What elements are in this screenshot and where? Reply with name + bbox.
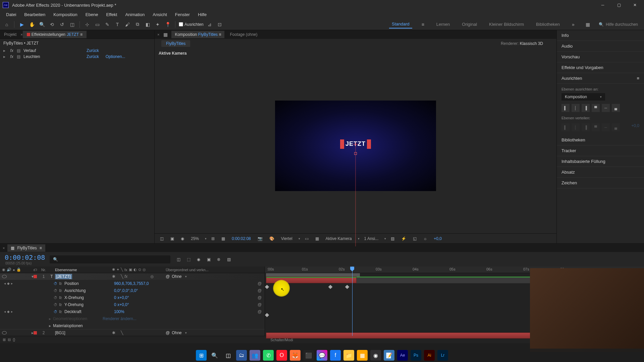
prop-ausrichtung[interactable]: ⏱ ⊵ Ausrichtung 0,0°,0,0°,0,0° @ [0,287,265,294]
tab-menu-icon[interactable]: ≡ [219,32,221,37]
graph-icon[interactable]: ⊵ [59,288,64,293]
graph-icon[interactable]: ⊵ [59,302,64,307]
stopwatch-icon[interactable]: ⏱ [54,303,59,307]
keyframe[interactable] [265,313,269,317]
graph-icon[interactable]: ⊵ [59,295,64,300]
taskbar-facebook[interactable]: f [330,350,341,361]
add-kf-icon[interactable]: ◆ [7,282,10,285]
safe-icon[interactable]: ⊞ [209,236,217,242]
close-button[interactable]: ✕ [632,2,638,8]
switch-icon[interactable]: ◎ [143,267,146,272]
camera-tool[interactable]: ◫ [68,20,76,28]
shy-icon[interactable]: ◉ [195,256,202,263]
effect-leuchten[interactable]: ▸ fx ▤ Leuchten Zurück Optionen... [0,54,154,60]
pickwhip-icon[interactable]: @ [255,309,265,314]
switch-icon[interactable]: ╲ [121,267,123,272]
roto-tool[interactable]: ✦ [154,20,162,28]
breadcrumb-item[interactable]: FlyByTitles [161,40,190,47]
work-area[interactable] [266,273,360,277]
panel-bibliotheken[interactable]: Bibliotheken [557,135,644,145]
taskbar-explorer[interactable]: 🗂 [236,350,247,361]
align-vcenter-button[interactable]: ─ [602,104,610,112]
viewer[interactable]: JETZT [155,58,556,233]
zoom-tool[interactable]: 🔍 [38,20,46,28]
switch-icon[interactable]: ✦ [116,267,119,272]
taskbar-app2[interactable]: ▦ [357,350,368,361]
prop-xdrehung[interactable]: ⏱ ⊵ X-Drehung 0 x+0,0° @ [0,294,265,301]
pickwhip-icon[interactable]: @ [255,281,265,286]
expand-icon[interactable]: ▸ [49,323,51,328]
keyframe[interactable] [265,285,269,289]
hand-tool[interactable]: ✋ [28,20,36,28]
prev-kf-icon[interactable]: ◂ [4,282,6,285]
menu-hilfe[interactable]: Hilfe [195,11,210,18]
workspace-bibliotheken[interactable]: Bibliotheken [533,20,562,28]
taskbar-folder[interactable]: 📁 [343,350,354,361]
taskbar-search[interactable]: 🔍 [209,350,220,361]
align-to-dropdown[interactable]: Komposition▾ [561,93,605,101]
workspace-lernen[interactable]: Lernen [434,20,452,28]
menu-datei[interactable]: Datei [3,11,19,18]
effect-verlauf[interactable]: ▸ fx ▤ Verlauf Zurück [0,48,154,54]
panel-audio[interactable]: Audio [557,41,644,52]
exposure-value[interactable]: +0,0 [432,236,444,242]
text-tool[interactable]: T [113,20,121,28]
home-icon[interactable]: ⌂ [3,20,11,28]
lock-icon[interactable]: ▤ [17,48,21,53]
fx-icon[interactable]: fx [9,48,14,53]
stopwatch-icon[interactable]: ⏱ [54,296,59,300]
graph-editor-icon[interactable]: ▧ [225,256,232,263]
tab-menu-icon[interactable]: ≡ [80,32,83,37]
prop-deckkraft[interactable]: ◂◆▸ ⏱ ⊵ Deckkraft 100% @ [0,308,265,315]
switch-asterisk[interactable]: ✱ [112,274,115,279]
menu-fenster[interactable]: Fenster [172,11,193,18]
panel-tracker[interactable]: Tracker [557,145,644,156]
minimize-button[interactable]: ─ [600,2,606,8]
alpha-icon[interactable]: ▣ [168,236,176,242]
graph-icon[interactable]: ⊵ [59,309,64,314]
workspace-menu-icon[interactable]: ≡ [419,20,427,28]
taskbar-lr[interactable]: Lr [437,350,448,361]
switch-fx[interactable]: fx [124,274,127,279]
next-kf-icon[interactable]: ▸ [11,310,13,313]
switch-quality[interactable]: ╲ [121,330,123,335]
eraser-tool[interactable]: ◧ [144,20,152,28]
workspace-panel-icon[interactable]: ▦ [584,20,592,28]
keyframe[interactable] [345,285,350,289]
comp-tab[interactable]: Komposition FlyByTitles ≡ [171,31,224,38]
layer-name[interactable]: [BG1] [55,330,112,335]
mask-icon[interactable]: ◉ [179,236,186,242]
switch-icon[interactable]: ◐ [133,267,137,272]
comp-flowchart-icon[interactable]: ◫ [175,256,182,263]
align-hcenter-button[interactable]: │ [572,104,580,112]
menu-bearbeiten[interactable]: Bearbeiten [21,11,49,18]
next-kf-icon[interactable]: ▸ [11,282,13,285]
xrot-value[interactable]: 0 x+0,0° [114,295,255,300]
yrot-value[interactable]: 0 x+0,0° [114,302,255,307]
label-column-icon[interactable]: 🏷 [33,268,37,272]
workspace-standard[interactable]: Standard [389,20,412,28]
switch-quality[interactable]: ╲ [121,274,123,279]
motion-blur-icon[interactable]: ⊗ [215,256,222,263]
stopwatch-icon[interactable]: ⏱ [54,282,59,286]
parent-dropdown[interactable]: Ohne [172,274,181,279]
label-swatch[interactable] [34,331,37,335]
help-search[interactable]: Hilfe durchsuchen [606,22,638,27]
pixel-icon[interactable]: ▨ [389,236,396,242]
exposure-icon[interactable]: ☼ [421,236,429,242]
panel-effekte[interactable]: Effekte und Vorgaben [557,62,644,73]
layer-name[interactable]: [JETZT] [55,274,72,279]
taskbar-ps[interactable]: Ps [411,350,421,361]
region-icon[interactable]: ▭ [303,236,311,242]
lock-column-icon[interactable]: 🔒 [16,267,21,272]
switch-3d[interactable]: ◎ [150,274,154,279]
workspace-klein[interactable]: Kleiner Bildschirm [486,20,527,28]
taskbar-firefox[interactable]: 🦊 [290,350,301,361]
snap-grid-icon[interactable]: ⊡ [216,20,224,28]
opacity-value[interactable]: 100% [114,309,255,314]
layer-row-2[interactable]: ▸ 2 [BG1] ✱ ╲ @ Ohne ▾ [0,329,265,336]
taskbar-messenger[interactable]: 💬 [317,350,327,361]
taskbar-notepad[interactable]: 📝 [384,350,394,361]
taskbar-opera[interactable]: O [276,350,287,361]
align-checkbox[interactable] [179,22,183,26]
